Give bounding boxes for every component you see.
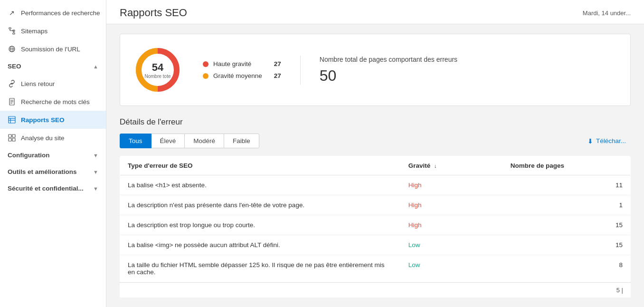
svg-rect-0 (9, 28, 11, 29)
sidebar-item-liens-retour[interactable]: Liens retour (0, 75, 106, 93)
cell-severity: Low (401, 235, 503, 255)
sidebar-item-mots-cles[interactable]: Recherche de mots clés (0, 93, 106, 111)
cell-severity: High (401, 195, 503, 215)
cell-type: La taille du fichier HTML semble dépasse… (120, 255, 401, 282)
tabs-left: Tous Élevé Modéré Faible (120, 134, 259, 148)
pagination-bar: 5 | (120, 282, 631, 297)
sidebar-item-sitemaps[interactable]: Sitemaps (0, 22, 106, 40)
page-title: Rapports SEO (120, 7, 187, 19)
high-dot (203, 61, 208, 67)
medium-value: 27 (267, 72, 281, 79)
main-content: Rapports SEO Mardi, 14 under... 54 Nombr… (106, 0, 644, 307)
cell-pages: 15 (503, 235, 631, 255)
sidebar-item-label: Performances de recherche (21, 10, 100, 17)
cell-pages: 15 (503, 215, 631, 235)
header-date: Mardi, 14 under... (583, 10, 631, 17)
download-button[interactable]: ⬇ Téléchar... (583, 134, 631, 148)
legend-high: Haute gravité 27 (203, 60, 281, 67)
cell-type: La balise <img> ne possède aucun attribu… (120, 235, 401, 255)
legend: Haute gravité 27 Gravité moyenne 27 (203, 60, 281, 79)
sidebar: ↗ Performances de recherche Sitemaps Sou… (0, 0, 106, 307)
donut-chart: 54 Nombre tote (132, 44, 184, 96)
seo-section-header[interactable]: SEO ▲ (0, 58, 106, 75)
configuration-section-label: Configuration (8, 152, 49, 159)
outils-section-header[interactable]: Outils et améliorations ▼ (0, 163, 106, 180)
cell-pages: 11 (503, 175, 631, 195)
outils-section-label: Outils et améliorations (8, 168, 77, 175)
sidebar-item-soumission[interactable]: Soumission de l'URL (0, 40, 106, 58)
donut-total: 54 (144, 61, 170, 74)
sidebar-item-label: Liens retour (21, 80, 55, 87)
download-icon: ⬇ (587, 137, 593, 145)
sidebar-item-label: Soumission de l'URL (21, 46, 80, 53)
sidebar-item-rapports-seo[interactable]: Rapports SEO (0, 111, 106, 129)
section-title: Détails de l'erreur (120, 117, 631, 127)
chevron-up-icon: ▲ (93, 64, 98, 69)
col-header-severity[interactable]: Gravité ↓ (401, 156, 503, 175)
chevron-down-icon: ▼ (93, 169, 98, 175)
table-row: La balise <img> ne possède aucun attribu… (120, 235, 631, 255)
medium-dot (203, 73, 208, 79)
page-header: Rapports SEO Mardi, 14 under... (106, 0, 644, 24)
filter-tabs-row: Tous Élevé Modéré Faible ⬇ Téléchar... (120, 134, 631, 148)
grid-icon (8, 134, 16, 142)
chevron-down-icon: ▼ (93, 186, 98, 192)
svg-rect-19 (12, 134, 15, 137)
donut-center: 54 Nombre tote (144, 61, 170, 79)
total-pages-box: Nombre total de pages comportant des err… (300, 56, 619, 85)
tab-modere[interactable]: Modéré (184, 134, 224, 148)
link-icon (8, 79, 16, 88)
chevron-down-icon: ▼ (93, 153, 98, 158)
table-row: La description n'est pas présente dans l… (120, 195, 631, 215)
chart-icon: ↗ (8, 9, 16, 17)
svg-rect-14 (9, 116, 15, 123)
svg-rect-20 (9, 138, 11, 141)
svg-rect-2 (13, 33, 15, 34)
high-label: Haute gravité (213, 60, 251, 67)
cell-type: La description est trop longue ou trop c… (120, 215, 401, 235)
sidebar-item-performances[interactable]: ↗ Performances de recherche (0, 4, 106, 22)
total-pages-label: Nombre total de pages comportant des err… (320, 56, 619, 63)
sidebar-item-label: Rapports SEO (21, 116, 65, 124)
table-row: La balise <h1> est absente.High11 (120, 175, 631, 195)
seo-section-label: SEO (8, 63, 21, 70)
error-table: Type d'erreur de SEO Gravité ↓ Nombre de… (120, 156, 631, 282)
tab-eleve[interactable]: Élevé (151, 134, 185, 148)
table-row: La description est trop longue ou trop c… (120, 215, 631, 235)
total-pages-value: 50 (320, 67, 619, 85)
tab-faible[interactable]: Faible (224, 134, 259, 148)
sitemap-icon (8, 27, 16, 35)
content-area: 54 Nombre tote Haute gravité 27 Gravité … (106, 24, 644, 307)
svg-rect-18 (9, 134, 11, 137)
cell-type: La description n'est pas présente dans l… (120, 195, 401, 215)
securite-section-label: Sécurité et confidential... (8, 185, 84, 192)
sidebar-item-label: Sitemaps (21, 28, 47, 35)
svg-rect-21 (12, 138, 15, 141)
globe-icon (8, 45, 16, 53)
cell-pages: 8 (503, 255, 631, 282)
sort-icon: ↓ (434, 163, 437, 169)
col-header-pages: Nombre de pages (503, 156, 631, 175)
sidebar-item-label: Analyse du site (21, 134, 65, 142)
tab-tous[interactable]: Tous (120, 134, 152, 148)
high-value: 27 (267, 60, 281, 67)
medium-label: Gravité moyenne (213, 72, 262, 79)
sidebar-item-label: Recherche de mots clés (21, 98, 90, 106)
cell-type: La balise <h1> est absente. (120, 175, 401, 195)
pagination-info: 5 | (616, 287, 623, 294)
legend-medium: Gravité moyenne 27 (203, 72, 281, 79)
cell-severity: High (401, 215, 503, 235)
table-icon (8, 115, 16, 124)
table-row: La taille du fichier HTML semble dépasse… (120, 255, 631, 282)
cell-pages: 1 (503, 195, 631, 215)
summary-card: 54 Nombre tote Haute gravité 27 Gravité … (120, 34, 631, 106)
cell-severity: High (401, 175, 503, 195)
configuration-section-header[interactable]: Configuration ▼ (0, 147, 106, 163)
download-label: Téléchar... (596, 137, 626, 144)
donut-label: Nombre tote (144, 74, 170, 79)
sidebar-item-analyse-site[interactable]: Analyse du site (0, 129, 106, 147)
securite-section-header[interactable]: Sécurité et confidential... ▼ (0, 180, 106, 197)
col-header-type: Type d'erreur de SEO (120, 156, 401, 175)
doc-icon (8, 97, 16, 106)
cell-severity: Low (401, 255, 503, 282)
